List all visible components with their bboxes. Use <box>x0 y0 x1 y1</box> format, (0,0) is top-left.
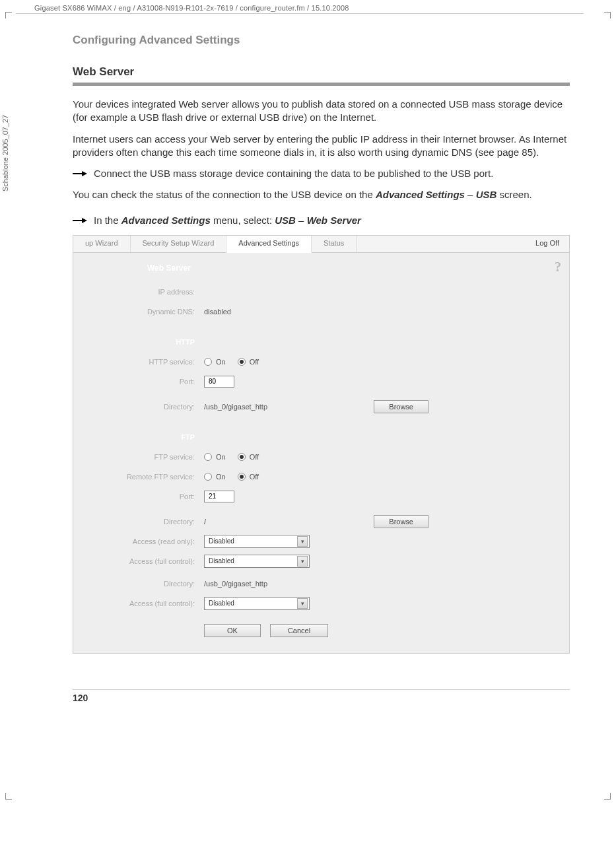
access-fc1-value: Disabled <box>209 557 234 565</box>
access-ro-value: Disabled <box>209 537 234 545</box>
section-rule <box>73 83 570 86</box>
http-off-radio[interactable] <box>238 358 246 366</box>
on-label: On <box>216 453 226 461</box>
arrow-icon <box>73 170 87 177</box>
ftp-service-label: FTP service: <box>79 453 204 461</box>
p3-post: screen. <box>496 189 531 200</box>
tab-status[interactable]: Status <box>312 236 357 252</box>
instruction-2-text: In the Advanced Settings menu, select: U… <box>94 214 570 227</box>
ftp-dir2-label: Directory: <box>79 580 204 588</box>
on-label: On <box>216 473 226 481</box>
access-ro-select[interactable]: Disabled ▾ <box>204 535 310 548</box>
logoff-link[interactable]: Log Off <box>526 236 569 252</box>
http-port-input[interactable] <box>204 376 234 388</box>
instruction-1-text: Connect the USB mass storage device cont… <box>94 167 570 180</box>
http-browse-button[interactable]: Browse <box>374 400 428 413</box>
http-heading: HTTP <box>79 338 204 346</box>
tab-bar: up Wizard Security Setup Wizard Advanced… <box>73 236 569 253</box>
help-icon[interactable]: ? <box>555 259 561 275</box>
ftp-browse-button[interactable]: Browse <box>374 515 428 528</box>
ftp-heading: FTP <box>79 433 204 441</box>
remote-ftp-on-radio[interactable] <box>204 473 212 481</box>
b2-m1: menu, select: <box>211 215 275 226</box>
off-label: Off <box>250 453 259 461</box>
ip-address-label: IP address: <box>79 288 204 296</box>
arrow-icon <box>73 217 87 224</box>
access-ro-label: Access (read only): <box>79 537 204 545</box>
http-on-radio[interactable] <box>204 358 212 366</box>
access-fc2-select[interactable]: Disabled ▾ <box>204 597 310 610</box>
remote-ftp-label: Remote FTP service: <box>79 473 204 481</box>
panel-title: Web Server <box>147 263 556 273</box>
paragraph-2: Internet users can access your Web serve… <box>73 133 570 160</box>
template-note: Schablone 2005_07_27 <box>1 115 9 191</box>
off-label: Off <box>250 473 259 481</box>
chevron-down-icon: ▾ <box>297 536 308 547</box>
b2-m2: – <box>296 215 307 226</box>
svg-marker-1 <box>82 171 87 176</box>
instruction-2: In the Advanced Settings menu, select: U… <box>73 214 570 227</box>
ftp-port-input[interactable] <box>204 491 234 502</box>
ok-button[interactable]: OK <box>204 624 261 637</box>
instruction-1: Connect the USB mass storage device cont… <box>73 167 570 180</box>
section-title: Web Server <box>73 65 570 79</box>
chapter-title: Configuring Advanced Settings <box>73 34 570 47</box>
p3-mid: – <box>465 189 476 200</box>
cancel-button[interactable]: Cancel <box>270 624 328 637</box>
chevron-down-icon: ▾ <box>297 598 308 609</box>
ftp-dir1-value: / <box>204 518 206 526</box>
b2-b2: USB <box>275 215 296 226</box>
p3-b1: Advanced Settings <box>376 189 465 200</box>
http-port-label: Port: <box>79 378 204 386</box>
ftp-off-radio[interactable] <box>238 453 246 461</box>
remote-ftp-off-radio[interactable] <box>238 473 246 481</box>
b2-pre: In the <box>94 215 121 226</box>
b2-b1: Advanced Settings <box>121 215 211 226</box>
off-label: Off <box>250 358 259 366</box>
http-dir-label: Directory: <box>79 403 204 411</box>
on-label: On <box>216 358 226 366</box>
ftp-on-radio[interactable] <box>204 453 212 461</box>
page-number: 120 <box>73 689 570 703</box>
access-fc1-label: Access (full control): <box>79 557 204 565</box>
svg-marker-3 <box>82 218 87 223</box>
chevron-down-icon: ▾ <box>297 556 308 567</box>
access-fc2-label: Access (full control): <box>79 600 204 607</box>
doc-header: Gigaset SX686 WiMAX / eng / A31008-N919-… <box>16 0 584 14</box>
dynamic-dns-value: disabled <box>204 308 231 316</box>
access-fc1-select[interactable]: Disabled ▾ <box>204 555 310 568</box>
tab-setup-wizard[interactable]: up Wizard <box>73 236 131 252</box>
ftp-dir2-value: /usb_0/gigaset_http <box>204 580 267 588</box>
paragraph-1: Your devices integrated Web server allow… <box>73 98 570 125</box>
router-ui-screenshot: up Wizard Security Setup Wizard Advanced… <box>73 235 570 654</box>
panel: ? Web Server IP address: Dynamic DNS: di… <box>73 253 569 653</box>
dynamic-dns-label: Dynamic DNS: <box>79 308 204 316</box>
access-fc2-value: Disabled <box>209 600 234 607</box>
tab-advanced-settings[interactable]: Advanced Settings <box>226 236 312 253</box>
b2-b3: Web Server <box>307 215 361 226</box>
http-dir-value: /usb_0/gigaset_http <box>204 403 267 411</box>
paragraph-3: You can check the status of the connecti… <box>73 188 570 201</box>
tab-security-wizard[interactable]: Security Setup Wizard <box>131 236 227 252</box>
ftp-dir1-label: Directory: <box>79 518 204 526</box>
http-service-label: HTTP service: <box>79 358 204 366</box>
ftp-port-label: Port: <box>79 493 204 500</box>
p3-pre: You can check the status of the connecti… <box>73 189 376 200</box>
p3-b2: USB <box>476 189 497 200</box>
